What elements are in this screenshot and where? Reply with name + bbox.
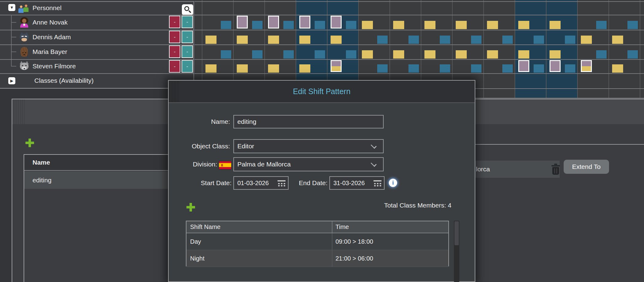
- shift-block-day[interactable]: [393, 50, 404, 59]
- shift-block-night[interactable]: [221, 50, 231, 59]
- shift-block-day[interactable]: [299, 64, 310, 73]
- remove-red-button[interactable]: -: [169, 60, 180, 73]
- shift-block-night[interactable]: [377, 64, 388, 73]
- add-pattern-button[interactable]: [25, 139, 34, 147]
- object-class-value: Editor: [237, 143, 254, 150]
- shift-block-night[interactable]: [596, 50, 607, 59]
- extend-to-button[interactable]: Extend To: [564, 160, 609, 174]
- shift-block-night[interactable]: [377, 36, 388, 44]
- shift-block-day[interactable]: [550, 21, 561, 29]
- object-class-select[interactable]: Editor: [233, 139, 384, 153]
- shift-block-night[interactable]: [440, 36, 450, 44]
- minus-teal-button[interactable]: -: [182, 45, 193, 58]
- shift-block-day[interactable]: [487, 21, 498, 29]
- minus-teal-button[interactable]: -: [182, 16, 193, 28]
- shift-block-day[interactable]: [237, 36, 248, 44]
- remove-red-button[interactable]: -: [169, 45, 180, 58]
- shift-block-night[interactable]: [471, 64, 481, 73]
- collapse-personnel-button[interactable]: ▼: [8, 4, 15, 11]
- info-icon[interactable]: i: [389, 179, 397, 187]
- shift-block-night[interactable]: [346, 50, 356, 59]
- shift-block-pattern-day[interactable]: [331, 60, 342, 72]
- shift-block-pattern[interactable]: [518, 60, 529, 72]
- shift-block-day[interactable]: [518, 50, 529, 59]
- shift-block-day[interactable]: [268, 36, 279, 44]
- shift-block-night[interactable]: [534, 64, 544, 73]
- shift-block-night[interactable]: [315, 21, 325, 29]
- shift-block-pattern[interactable]: [237, 16, 248, 29]
- shift-block-night[interactable]: [221, 21, 231, 29]
- shift-block-night[interactable]: [315, 50, 325, 59]
- shift-block-day[interactable]: [362, 50, 373, 59]
- shift-table-scrollbar[interactable]: [454, 221, 459, 282]
- shift-table-row[interactable]: Day09:00 > 18:00: [186, 233, 448, 250]
- name-input[interactable]: editing: [233, 115, 384, 128]
- personnel-row[interactable]: Maria Bayer--: [0, 44, 194, 59]
- shift-block-night[interactable]: [408, 64, 419, 73]
- shift-block-day[interactable]: [331, 36, 342, 44]
- shift-block-night[interactable]: [565, 64, 575, 73]
- personnel-row[interactable]: Anne Novak--: [0, 15, 194, 30]
- right-section-divider: [475, 144, 644, 145]
- row-gridline: [194, 30, 644, 30]
- shift-block-day[interactable]: [362, 21, 373, 29]
- shift-block-night[interactable]: [627, 50, 638, 59]
- calendar-icon[interactable]: [278, 180, 286, 187]
- add-shift-button[interactable]: [186, 203, 195, 212]
- trash-icon[interactable]: [551, 164, 561, 175]
- shift-block-day[interactable]: [424, 50, 435, 59]
- shift-block-pattern[interactable]: [299, 16, 310, 29]
- shift-block-day[interactable]: [456, 50, 467, 59]
- shift-block-day[interactable]: [487, 50, 498, 59]
- shift-block-night[interactable]: [596, 21, 607, 29]
- shift-block-day[interactable]: [612, 64, 623, 73]
- shift-block-day[interactable]: [205, 36, 217, 44]
- end-date-input[interactable]: 31-03-2026: [329, 176, 385, 190]
- classes-row[interactable]: ▶ Classes (Availability): [0, 73, 194, 88]
- shift-block-night[interactable]: [502, 36, 513, 44]
- shift-block-day[interactable]: [612, 36, 623, 44]
- expand-classes-button[interactable]: ▶: [8, 77, 15, 84]
- shift-block-night[interactable]: [408, 36, 419, 44]
- division-select[interactable]: Palma de Mallorca: [233, 157, 384, 171]
- personnel-row[interactable]: Steven Filmore--: [0, 59, 194, 73]
- groot-avatar: [19, 47, 29, 57]
- remove-red-button[interactable]: -: [169, 31, 180, 43]
- spain-flag-icon: [219, 161, 231, 169]
- shift-block-day[interactable]: [581, 36, 592, 44]
- shift-block-night[interactable]: [252, 21, 263, 29]
- division-value-field[interactable]: lorca: [475, 161, 560, 178]
- minus-teal-button[interactable]: -: [182, 60, 193, 73]
- shift-block-day[interactable]: [456, 21, 467, 29]
- shift-block-day[interactable]: [205, 64, 217, 73]
- shift-block-day[interactable]: [237, 64, 248, 73]
- shift-block-night[interactable]: [471, 36, 481, 44]
- shift-block-night[interactable]: [346, 21, 356, 29]
- shift-block-night[interactable]: [283, 21, 294, 29]
- shift-block-day[interactable]: [299, 36, 310, 44]
- shift-block-night[interactable]: [534, 36, 544, 44]
- minus-teal-button[interactable]: -: [182, 31, 193, 43]
- shift-block-pattern[interactable]: [331, 16, 342, 29]
- personnel-row[interactable]: Dennis Adam--: [0, 30, 194, 44]
- shift-block-night[interactable]: [440, 64, 450, 73]
- end-date-label: End Date:: [296, 176, 328, 190]
- shift-block-day[interactable]: [424, 21, 435, 29]
- shift-block-day[interactable]: [550, 50, 561, 59]
- shift-block-day[interactable]: [518, 21, 529, 29]
- start-date-input[interactable]: 01-03-2026: [233, 176, 289, 190]
- shift-block-night[interactable]: [502, 64, 513, 73]
- shift-block-day[interactable]: [268, 64, 279, 73]
- shift-table-row[interactable]: Night21:00 > 06:00: [186, 250, 448, 267]
- shift-block-night[interactable]: [627, 21, 638, 29]
- remove-red-button[interactable]: -: [169, 16, 180, 28]
- shift-block-day[interactable]: [393, 21, 404, 29]
- search-icon[interactable]: [182, 4, 193, 15]
- shift-block-night[interactable]: [565, 36, 575, 44]
- shift-block-night[interactable]: [283, 50, 294, 59]
- calendar-icon[interactable]: [374, 180, 381, 187]
- shift-block-pattern-day[interactable]: [581, 60, 592, 72]
- shift-block-pattern[interactable]: [268, 16, 279, 29]
- shift-block-pattern[interactable]: [550, 60, 561, 72]
- shift-block-night[interactable]: [252, 50, 263, 59]
